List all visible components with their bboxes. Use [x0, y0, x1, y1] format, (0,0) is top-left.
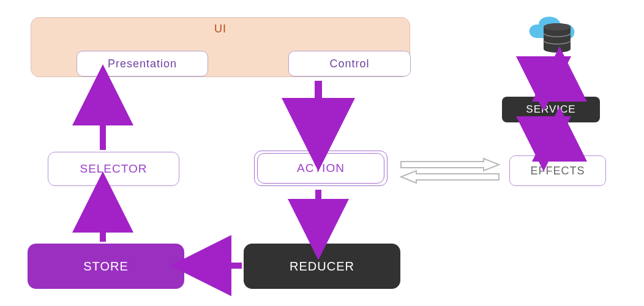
store-label: STORE — [83, 259, 129, 274]
action-label: ACTION — [297, 162, 345, 175]
reducer-box: REDUCER — [244, 244, 400, 289]
reducer-label: REDUCER — [290, 259, 354, 274]
presentation-box: Presentation — [77, 51, 208, 76]
cloud-database-icon — [520, 12, 594, 61]
effects-label: EFFECTS — [530, 165, 585, 177]
selector-box: SELECTOR — [48, 152, 179, 186]
svg-point-3 — [544, 23, 571, 31]
store-box: STORE — [28, 244, 184, 289]
control-box: Control — [288, 51, 411, 76]
action-box: ACTION — [257, 153, 384, 184]
svg-point-2 — [544, 45, 571, 53]
selector-label: SELECTOR — [80, 162, 147, 176]
effects-box: EFFECTS — [509, 155, 606, 186]
service-box: SERVICE — [502, 97, 600, 122]
arrows-service-cloud — [544, 66, 560, 92]
ui-panel: UI Presentation Control — [31, 17, 410, 77]
arrows-action-effects — [398, 158, 502, 185]
arrows-effects-service — [544, 126, 560, 152]
control-label: Control — [329, 58, 369, 70]
service-label: SERVICE — [526, 103, 575, 116]
ui-title: UI — [31, 23, 410, 35]
presentation-label: Presentation — [108, 58, 177, 70]
